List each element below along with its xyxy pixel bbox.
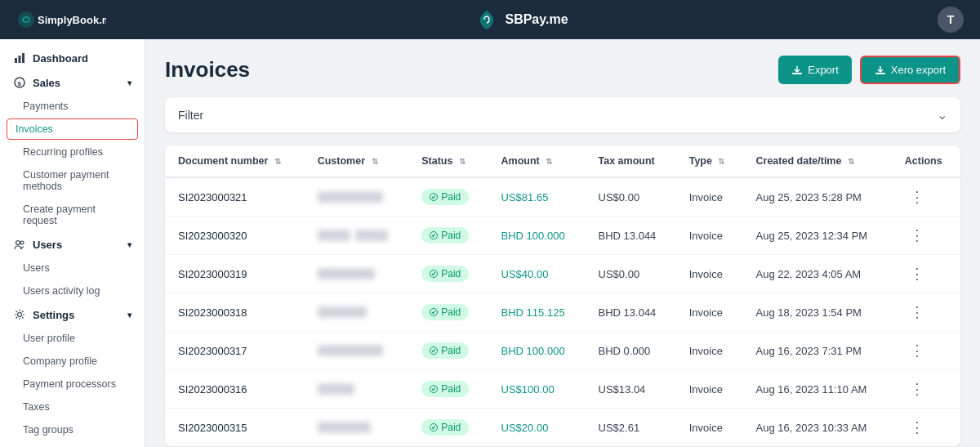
svg-text:SimplyBook.me: SimplyBook.me [38, 14, 106, 26]
cell-actions: ⋮ [892, 217, 960, 255]
cell-created: Aug 16, 2023 11:10 AM [743, 370, 892, 409]
sidebar-item-payment-processors[interactable]: Payment processors [0, 373, 145, 396]
col-status[interactable]: Status ⇅ [408, 145, 488, 177]
sidebar-item-users-list[interactable]: Users [0, 257, 145, 279]
xero-export-button[interactable]: Xero export [860, 56, 960, 84]
page-title: Invoices [165, 57, 250, 83]
cell-actions: ⋮ [892, 332, 960, 370]
cell-actions: ⋮ [892, 370, 960, 409]
col-doc-number[interactable]: Document number ⇅ [165, 145, 305, 177]
cell-actions: ⋮ [892, 255, 960, 293]
sidebar-item-invoices[interactable]: Invoices [7, 118, 138, 140]
cell-created: Aug 22, 2023 4:05 AM [743, 255, 892, 293]
svg-point-7 [16, 241, 20, 245]
users-chevron: ▾ [127, 240, 131, 249]
cell-created: Aug 18, 2023 1:54 PM [743, 293, 892, 332]
xero-export-icon [875, 65, 886, 76]
filter-chevron-icon: ⌄ [937, 107, 947, 123]
cell-doc-number: SI2023000317 [165, 332, 305, 370]
logo[interactable]: SimplyBook.me [16, 10, 106, 29]
col-type[interactable]: Type ⇅ [676, 145, 743, 177]
sidebar-item-sales[interactable]: $ Sales ▾ [0, 70, 145, 95]
cell-type: Invoice [676, 255, 743, 293]
table-row: SI2023000317 Paid BHD 100.000 BHD 0.000 … [165, 332, 960, 370]
col-created-date[interactable]: Created date/time ⇅ [743, 145, 892, 177]
cell-amount: US$81.65 [488, 177, 586, 217]
row-actions-button[interactable]: ⋮ [905, 340, 929, 361]
page-header: Invoices Export Xero export [165, 56, 960, 84]
sidebar-item-users-header[interactable]: Users ▾ [0, 232, 145, 257]
cell-customer [305, 332, 409, 370]
svg-rect-12 [792, 73, 802, 74]
paid-check-icon [430, 270, 438, 278]
sales-chevron: ▾ [127, 78, 131, 87]
main-content: Invoices Export Xero export [145, 39, 980, 447]
header-actions: Export Xero export [778, 56, 960, 84]
cell-tax-amount: US$2.61 [586, 409, 676, 447]
app-center-title: SBPay.me [475, 8, 568, 31]
cell-tax-amount: BHD 0.000 [586, 332, 676, 370]
sidebar-item-company-profile[interactable]: Company profile [0, 350, 145, 373]
paid-check-icon [430, 423, 438, 431]
sidebar-item-create-payment[interactable]: Create payment request [0, 198, 145, 232]
sidebar-item-taxes[interactable]: Taxes [0, 396, 145, 418]
cell-tax-amount: US$13.04 [586, 370, 676, 409]
chart-icon [13, 51, 26, 65]
cell-status: Paid [408, 255, 488, 293]
paid-check-icon [430, 308, 438, 316]
table-row: SI2023000319 Paid US$40.00 US$0.00 Invoi… [165, 255, 960, 293]
svg-text:$: $ [18, 80, 22, 87]
export-button[interactable]: Export [778, 56, 852, 84]
user-avatar[interactable]: T [938, 7, 964, 33]
paid-check-icon [430, 193, 438, 201]
cell-tax-amount: US$0.00 [586, 177, 676, 217]
sidebar-item-dashboard[interactable]: Dashboard [0, 46, 145, 70]
row-actions-button[interactable]: ⋮ [905, 417, 929, 438]
sidebar-item-tag-groups[interactable]: Tag groups [0, 418, 145, 441]
cell-actions: ⋮ [892, 409, 960, 447]
invoices-table: Document number ⇅ Customer ⇅ Status ⇅ [165, 145, 960, 446]
col-customer[interactable]: Customer ⇅ [305, 145, 409, 177]
filter-bar[interactable]: Filter ⌄ [165, 97, 960, 132]
cell-customer [305, 409, 409, 447]
cell-status: Paid [408, 409, 488, 447]
sort-type-icon: ⇅ [718, 157, 724, 166]
cell-doc-number: SI2023000316 [165, 370, 305, 409]
cell-customer [305, 177, 409, 217]
cell-doc-number: SI2023000320 [165, 217, 305, 255]
cell-tax-amount: BHD 13.044 [586, 293, 676, 332]
sidebar-item-recurring[interactable]: Recurring profiles [0, 141, 145, 163]
sidebar-item-user-profile[interactable]: User profile [0, 327, 145, 350]
cell-type: Invoice [676, 332, 743, 370]
table-row: SI2023000320 Paid BHD 100.000 BHD 13.044… [165, 217, 960, 255]
row-actions-button[interactable]: ⋮ [905, 186, 929, 208]
row-actions-button[interactable]: ⋮ [905, 378, 929, 400]
cell-customer [305, 217, 409, 255]
cell-amount: BHD 100.000 [488, 332, 586, 370]
cell-customer [305, 293, 409, 332]
col-amount[interactable]: Amount ⇅ [488, 145, 586, 177]
cell-status: Paid [408, 217, 488, 255]
table-row: SI2023000316 Paid US$100.00 US$13.04 Inv… [165, 370, 960, 409]
cell-amount: BHD 100.000 [488, 217, 586, 255]
sidebar-item-settings[interactable]: Settings ▾ [0, 302, 145, 327]
settings-chevron: ▾ [127, 311, 131, 320]
cell-status: Paid [408, 293, 488, 332]
sidebar-item-users-activity[interactable]: Users activity log [0, 279, 145, 302]
sidebar-item-custom-features[interactable]: Custom features [0, 441, 145, 447]
cell-type: Invoice [676, 177, 743, 217]
row-actions-button[interactable]: ⋮ [905, 302, 929, 323]
table-header-row: Document number ⇅ Customer ⇅ Status ⇅ [165, 145, 960, 177]
sort-amount-icon: ⇅ [546, 157, 552, 166]
row-actions-button[interactable]: ⋮ [905, 263, 929, 284]
cell-tax-amount: BHD 13.044 [586, 217, 676, 255]
sidebar-item-payments[interactable]: Payments [0, 95, 145, 118]
paid-check-icon [430, 385, 438, 393]
row-actions-button[interactable]: ⋮ [905, 225, 929, 246]
cell-type: Invoice [676, 293, 743, 332]
sidebar-item-customer-payment[interactable]: Customer payment methods [0, 163, 145, 198]
cell-tax-amount: US$0.00 [586, 255, 676, 293]
cell-doc-number: SI2023000318 [165, 293, 305, 332]
cell-actions: ⋮ [892, 293, 960, 332]
cell-created: Aug 16, 2023 7:31 PM [743, 332, 892, 370]
